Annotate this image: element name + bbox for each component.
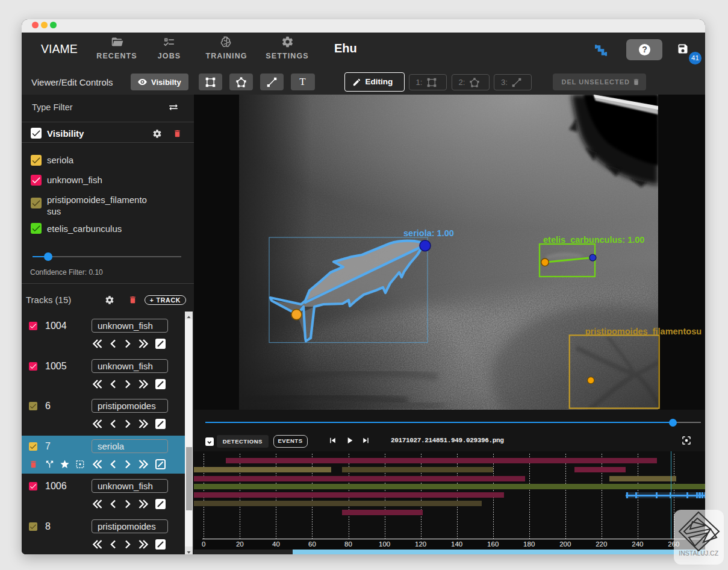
svg-text:seriola: 1.00: seriola: 1.00 [403, 228, 454, 238]
svg-text:etelis_carbunculus: 1.00: etelis_carbunculus: 1.00 [543, 235, 644, 245]
svg-text:pristipomoides_filamentosu: pristipomoides_filamentosu [585, 327, 702, 336]
